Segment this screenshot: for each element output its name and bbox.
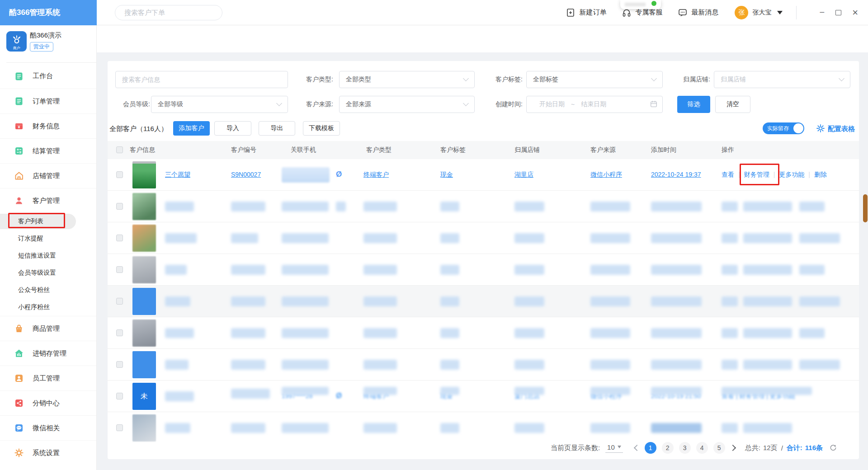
page-button[interactable]: 5 xyxy=(713,442,725,454)
download-template-button[interactable]: 下载模板 xyxy=(303,121,340,136)
sidebar-item-label: 订单管理 xyxy=(33,97,60,106)
customer-tag-link[interactable]: 现金 xyxy=(440,171,453,179)
sidebar-item-label: 客户管理 xyxy=(33,197,60,205)
merchant-block[interactable]: 商户 酷366演示 营业中 xyxy=(0,25,96,62)
redacted-cell xyxy=(440,360,459,370)
order-search-input[interactable] xyxy=(115,5,222,20)
finance-action[interactable]: 财务管理 xyxy=(744,171,769,178)
per-page-select[interactable]: 10 xyxy=(605,443,623,453)
refresh-icon[interactable] xyxy=(829,444,837,452)
column-header: 归属店铺 xyxy=(514,146,540,154)
redacted-cell xyxy=(514,233,544,243)
share-network-icon xyxy=(14,399,24,408)
sidebar-item-settlement[interactable]: 结算管理 xyxy=(0,138,96,163)
sidebar-item-distribution[interactable]: 分销中心 xyxy=(0,390,96,415)
sidebar-item-sms-push[interactable]: 短信推送设置 xyxy=(0,247,96,264)
sidebar-item-orders[interactable]: 订单管理 xyxy=(0,89,96,113)
page-button[interactable]: 3 xyxy=(679,442,691,454)
sidebar-item-miniprogram-fans[interactable]: 小程序粉丝 xyxy=(0,299,96,316)
select-all-checkbox[interactable] xyxy=(116,146,123,153)
eye-off-icon[interactable]: Ø xyxy=(336,391,342,400)
customer-type-link[interactable]: 终端客户 xyxy=(363,171,389,179)
export-button[interactable]: 导出 xyxy=(259,121,295,136)
delete-action[interactable]: 删除 xyxy=(814,171,827,178)
date-range-input[interactable]: 开始日期 ~ 结束日期 xyxy=(526,96,663,113)
previous-page-button[interactable] xyxy=(634,445,640,451)
customer-tag-select[interactable]: 全部标签 xyxy=(526,71,663,88)
eye-off-icon[interactable]: Ø xyxy=(336,170,342,179)
clear-button[interactable]: 清空 xyxy=(715,96,750,113)
row-checkbox[interactable] xyxy=(116,235,123,241)
maximize-button[interactable] xyxy=(835,10,841,15)
more-action[interactable]: 更多功能 xyxy=(779,171,804,178)
redacted-cell xyxy=(363,296,397,306)
next-page-button[interactable] xyxy=(730,445,736,451)
redacted-cell xyxy=(743,233,792,243)
sidebar-item-wechat[interactable]: 微信相关 xyxy=(0,415,96,440)
row-checkbox[interactable] xyxy=(116,298,123,305)
sidebar-item-official-fans[interactable]: 公众号粉丝 xyxy=(0,282,96,299)
customer-source-select[interactable]: 全部来源 xyxy=(339,96,475,113)
sidebar-item-store[interactable]: 店铺管理 xyxy=(0,163,96,188)
redacted-cell xyxy=(590,296,630,306)
added-time-link[interactable]: 2022-10-24 19:37 xyxy=(651,171,701,178)
row-checkbox[interactable] xyxy=(116,171,123,178)
redacted-cell xyxy=(743,328,792,338)
page-button[interactable]: 2 xyxy=(662,442,674,454)
new-order-button[interactable]: 新建订单 xyxy=(566,8,606,18)
row-checkbox[interactable] xyxy=(116,329,123,336)
customer-name-link[interactable]: 三个愿望 xyxy=(165,171,190,179)
redacted-cell xyxy=(743,202,792,212)
calendar-icon xyxy=(650,100,658,109)
user-menu[interactable]: 张 张大宝 xyxy=(735,6,783,19)
message-icon xyxy=(678,8,688,18)
customer-code-link[interactable]: S9N00027 xyxy=(231,171,261,178)
sidebar-item-products[interactable]: 商品管理 xyxy=(0,316,96,341)
row-checkbox[interactable] xyxy=(116,361,123,368)
minimize-button[interactable]: − xyxy=(819,7,825,18)
sidebar-item-staff[interactable]: 员工管理 xyxy=(0,366,96,390)
page-button[interactable]: 1 xyxy=(645,442,656,454)
scrollbar-thumb[interactable] xyxy=(863,194,868,222)
messages-button[interactable]: 最新消息 xyxy=(678,8,718,18)
sidebar-item-inventory[interactable]: 进销存管理 xyxy=(0,341,96,366)
sidebar-item-settings[interactable]: 系统设置 xyxy=(0,440,96,465)
customer-search-input[interactable] xyxy=(115,71,288,88)
redacted-cell xyxy=(722,423,738,433)
view-action[interactable]: 查看 xyxy=(722,171,734,178)
row-checkbox[interactable] xyxy=(116,203,123,210)
sidebar-item-customer-list[interactable]: 客户列表 xyxy=(0,213,96,230)
sidebar-item-finance[interactable]: ¥ 财务信息 xyxy=(0,113,96,138)
store-select[interactable]: 归属店铺 xyxy=(714,71,850,88)
import-button[interactable]: 导入 xyxy=(214,121,251,136)
select-value: 全部来源 xyxy=(346,100,371,108)
store-link[interactable]: 湖里店 xyxy=(514,171,533,179)
page-button[interactable]: 4 xyxy=(696,442,708,454)
sidebar-item-member-level[interactable]: 会员等级设置 xyxy=(0,264,96,282)
sidebar-item-workbench[interactable]: 工作台 xyxy=(0,64,96,89)
redacted-cell xyxy=(231,360,265,370)
sidebar-item-label: 短信推送设置 xyxy=(18,252,56,260)
row-checkbox[interactable] xyxy=(116,266,123,273)
warehouse-chart-icon xyxy=(14,349,24,358)
divider: / xyxy=(781,444,783,452)
customer-type-select[interactable]: 全部类型 xyxy=(339,71,475,88)
member-level-select[interactable]: 全部等级 xyxy=(151,96,288,113)
add-customer-button[interactable]: 添加客户 xyxy=(173,121,210,136)
configure-table-button[interactable]: 配置表格 xyxy=(816,124,855,134)
redacted-cell xyxy=(282,387,329,395)
row-checkbox[interactable] xyxy=(116,393,123,400)
source-link[interactable]: 微信小程序 xyxy=(590,171,622,179)
sidebar-item-water-reminder[interactable]: 订水提醒 xyxy=(0,230,96,247)
retention-toggle[interactable]: 实际留存 xyxy=(763,122,804,134)
redacted-cell xyxy=(363,202,397,212)
redacted-cell xyxy=(722,202,738,212)
close-button[interactable]: × xyxy=(852,7,858,19)
row-checkbox[interactable] xyxy=(116,424,123,431)
redacted-cell xyxy=(743,265,792,275)
sidebar-item-customers[interactable]: 客户管理 xyxy=(0,188,96,213)
redacted-cell xyxy=(514,265,544,275)
filter-button[interactable]: 筛选 xyxy=(677,96,710,113)
sidebar: 商户 酷366演示 营业中 工作台 订单管理 ¥ 财务信息 xyxy=(0,25,97,470)
redacted-cell xyxy=(722,360,738,370)
